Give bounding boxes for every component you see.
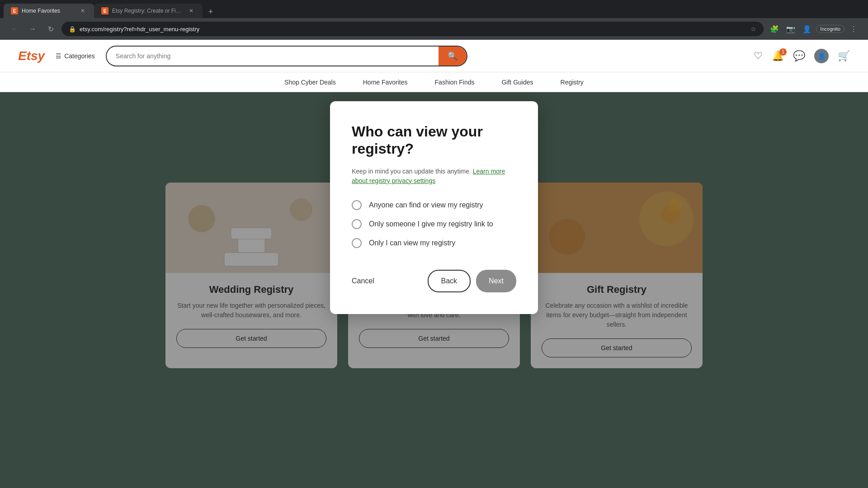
address-url: etsy.com/registry?ref=hdr_user_menu-regi… xyxy=(80,26,747,33)
modal-overlay: Who can view your registry? Keep in mind… xyxy=(0,92,868,488)
tab-bar: E Home Favorites ✕ E Etsy Registry: Crea… xyxy=(0,0,868,18)
nav-fashion-finds[interactable]: Fashion Finds xyxy=(435,79,475,86)
tab-2[interactable]: E Etsy Registry: Create or Find a G... ✕ xyxy=(94,4,203,18)
categories-label: Categories xyxy=(64,52,95,60)
radio-option-anyone[interactable]: Anyone can find or view my registry xyxy=(352,200,516,210)
radio-circle-anyone[interactable] xyxy=(352,200,362,210)
page: Etsy ☰ Categories 🔍 ♡ 🔔 1 💬 👤 🛒 Shop Cyb… xyxy=(0,40,868,488)
tab-2-close[interactable]: ✕ xyxy=(187,7,195,15)
forward-nav-button[interactable]: → xyxy=(25,22,40,36)
account-icon[interactable]: 👤 xyxy=(814,49,829,63)
search-input[interactable] xyxy=(107,48,439,64)
back-nav-button[interactable]: ← xyxy=(7,22,22,36)
nav-shop-cyber-deals[interactable]: Shop Cyber Deals xyxy=(284,79,336,86)
radio-group: Anyone can find or view my registry Only… xyxy=(352,200,516,248)
etsy-header: Etsy ☰ Categories 🔍 ♡ 🔔 1 💬 👤 🛒 xyxy=(0,40,868,72)
footer-right-buttons: Back Next xyxy=(428,270,516,292)
cart-icon[interactable]: 🛒 xyxy=(838,50,850,62)
screenshot-icon[interactable]: 📷 xyxy=(783,22,798,36)
browser-chrome: E Home Favorites ✕ E Etsy Registry: Crea… xyxy=(0,0,868,40)
modal-footer: Cancel Back Next xyxy=(352,270,516,292)
tab-1-title: Home Favorites xyxy=(22,8,75,14)
menu-icon[interactable]: ⋮ xyxy=(846,22,861,36)
reload-button[interactable]: ↻ xyxy=(43,22,58,36)
modal: Who can view your registry? Keep in mind… xyxy=(330,101,538,314)
notifications-icon[interactable]: 🔔 1 xyxy=(772,50,784,62)
header-icons: ♡ 🔔 1 💬 👤 🛒 xyxy=(754,49,850,63)
hamburger-icon: ☰ xyxy=(56,52,61,60)
modal-subtitle-text: Keep in mind you can update this anytime… xyxy=(352,168,471,175)
extensions-icon[interactable]: 🧩 xyxy=(767,22,782,36)
radio-label-anyone: Anyone can find or view my registry xyxy=(369,201,483,209)
radio-label-link: Only someone I give my registry link to xyxy=(369,220,493,228)
tab-2-favicon: E xyxy=(101,7,108,14)
radio-circle-link[interactable] xyxy=(352,219,362,229)
etsy-nav: Shop Cyber Deals Home Favorites Fashion … xyxy=(0,72,868,92)
tab-1-favicon: E xyxy=(11,7,18,14)
categories-button[interactable]: ☰ Categories xyxy=(56,52,95,60)
search-bar[interactable]: 🔍 xyxy=(106,46,467,66)
modal-title: Who can view your registry? xyxy=(352,123,516,158)
address-bar[interactable]: 🔒 etsy.com/registry?ref=hdr_user_menu-re… xyxy=(61,22,764,36)
modal-subtitle: Keep in mind you can update this anytime… xyxy=(352,167,516,186)
nav-registry[interactable]: Registry xyxy=(561,79,584,86)
browser-toolbar: ← → ↻ 🔒 etsy.com/registry?ref=hdr_user_m… xyxy=(0,18,868,40)
cancel-button[interactable]: Cancel xyxy=(352,277,374,285)
nav-home-favorites[interactable]: Home Favorites xyxy=(363,79,408,86)
profile-icon[interactable]: 👤 xyxy=(800,22,814,36)
radio-option-link[interactable]: Only someone I give my registry link to xyxy=(352,219,516,229)
favorites-icon[interactable]: ♡ xyxy=(754,50,763,62)
tab-1[interactable]: E Home Favorites ✕ xyxy=(4,4,94,18)
lock-icon: 🔒 xyxy=(69,26,76,33)
radio-option-only-me[interactable]: Only I can view my registry xyxy=(352,238,516,248)
radio-circle-only-me[interactable] xyxy=(352,238,362,248)
tab-1-close[interactable]: ✕ xyxy=(79,7,87,15)
browser-right-icons: 🧩 📷 👤 Incognito ⋮ xyxy=(767,22,861,36)
etsy-logo[interactable]: Etsy xyxy=(18,49,45,63)
nav-gift-guides[interactable]: Gift Guides xyxy=(501,79,533,86)
search-button[interactable]: 🔍 xyxy=(439,47,467,66)
page-content: Wedding Registry Start your new life tog… xyxy=(0,92,868,488)
radio-label-only-me: Only I can view my registry xyxy=(369,239,455,247)
avatar: 👤 xyxy=(814,49,829,63)
bookmark-icon[interactable]: ☆ xyxy=(750,25,756,33)
new-tab-button[interactable]: + xyxy=(204,5,217,18)
tab-2-title: Etsy Registry: Create or Find a G... xyxy=(112,8,184,14)
back-button[interactable]: Back xyxy=(428,270,471,292)
incognito-badge: Incognito xyxy=(816,25,844,33)
notification-badge: 1 xyxy=(779,48,787,56)
next-button[interactable]: Next xyxy=(476,270,516,292)
messages-icon[interactable]: 💬 xyxy=(793,50,805,62)
